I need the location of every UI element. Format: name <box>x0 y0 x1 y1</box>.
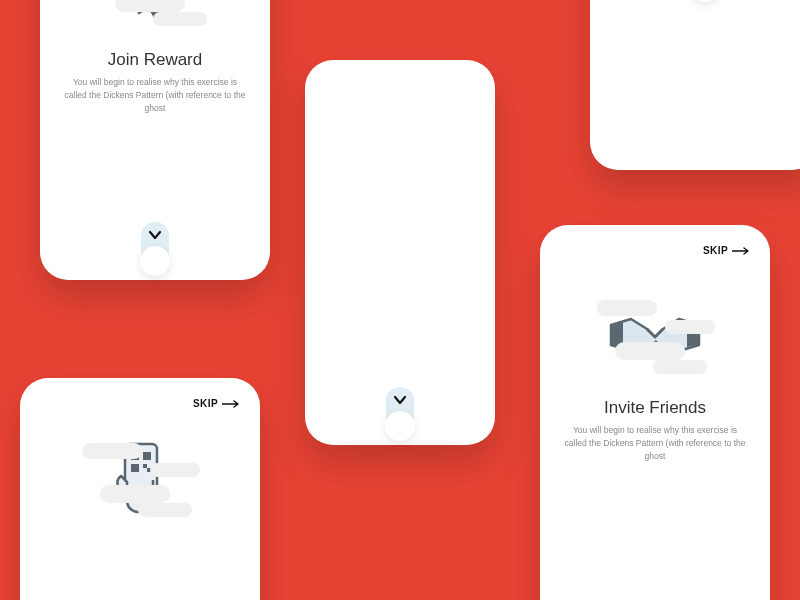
skip-button[interactable]: SKIP <box>703 245 750 256</box>
title-invite: Invite Friends <box>604 398 706 418</box>
chevron-down-icon <box>393 393 407 407</box>
swipe-down-control[interactable] <box>386 387 414 435</box>
skip-label: SKIP <box>703 245 728 256</box>
screen-earn-reward: Earn Reward You will begin to realise wh… <box>590 0 800 170</box>
illustration-award <box>95 0 215 34</box>
skip-label: SKIP <box>193 398 218 409</box>
swipe-down-control[interactable] <box>141 222 169 270</box>
arrow-right-icon <box>732 247 750 255</box>
skip-button[interactable]: SKIP <box>193 398 240 409</box>
illustration-scan <box>80 435 200 525</box>
illustration-handshake <box>595 292 715 382</box>
desc-join: You will begin to realise why this exerc… <box>64 76 246 114</box>
desc-invite: You will begin to realise why this exerc… <box>564 424 746 462</box>
screen-blank <box>305 60 495 445</box>
title-join: Join Reward <box>108 50 203 70</box>
screen-join-reward: Join Reward You will begin to realise wh… <box>40 0 270 280</box>
screen-invite-friends: SKIP Invite Friends You will begin to re… <box>540 225 770 600</box>
arrow-right-icon <box>222 400 240 408</box>
chevron-down-icon <box>148 228 162 242</box>
screen-scan: SKIP <box>20 378 260 600</box>
